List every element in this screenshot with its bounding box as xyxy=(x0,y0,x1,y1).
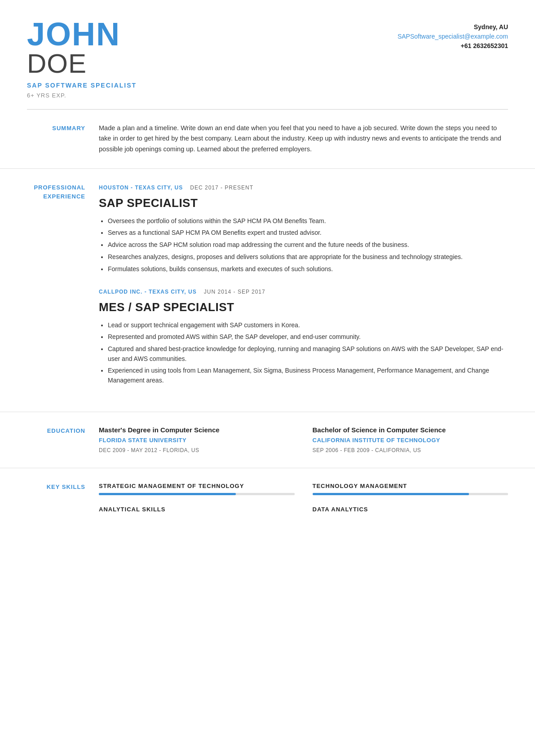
skill-name-3: ANALYTICAL SKILLS xyxy=(99,505,295,514)
summary-text: Made a plan and a timeline. Write down a… xyxy=(99,123,508,155)
exp-dates-2: JUN 2014 - SEP 2017 xyxy=(204,289,265,295)
exp-title-2: MES / SAP SPECIALIST xyxy=(99,299,508,316)
exp-bullets-2: Lead or support technical engagement wit… xyxy=(99,321,508,386)
bullet-2-4: Experienced in using tools from Lean Man… xyxy=(108,366,508,385)
bullet-1-1: Oversees the portfolio of solutions with… xyxy=(108,216,508,226)
bullet-2-3: Captured and shared best-practice knowle… xyxy=(108,344,508,364)
summary-section: SUMMARY Made a plan and a timeline. Writ… xyxy=(0,110,535,169)
bullet-1-4: Researches analyzes, designs, proposes a… xyxy=(108,252,508,262)
exp-title-1: SAP SPECIALIST xyxy=(99,194,508,212)
contact-location: Sydney, AU xyxy=(398,22,508,32)
exp-company-1: HOUSTON - TEXAS CITY, US xyxy=(99,185,183,191)
exp-meta-1: HOUSTON - TEXAS CITY, US DEC 2017 - PRES… xyxy=(99,182,508,193)
skills-content: STRATEGIC MANAGEMENT OF TECHNOLOGY ANALY… xyxy=(99,482,508,517)
skill-col-right: TECHNOLOGY MANAGEMENT DATA ANALYTICS xyxy=(313,482,508,517)
education-label: EDUCATION xyxy=(27,426,99,454)
experience-years: 6+ YRS EXP. xyxy=(27,91,137,100)
exp-meta-2: CALLPOD INC. - TEXAS CITY, US JUN 2014 -… xyxy=(99,286,508,297)
contact-phone: +61 2632652301 xyxy=(398,41,508,51)
skill-bar-bg-1 xyxy=(99,493,295,495)
header-right: Sydney, AU SAPSoftware_specialist@exampl… xyxy=(398,18,508,51)
resume-page: JOHN DOE SAP SOFTWARE SPECIALIST 6+ YRS … xyxy=(0,0,535,756)
skill-bar-fill-1 xyxy=(99,493,236,495)
education-section: EDUCATION Master's Degree in Computer Sc… xyxy=(0,412,535,468)
edu-institution-1: FLORIDA STATE UNIVERSITY xyxy=(99,436,295,445)
skill-name-2: TECHNOLOGY MANAGEMENT xyxy=(313,482,508,491)
skills-grid: STRATEGIC MANAGEMENT OF TECHNOLOGY ANALY… xyxy=(99,482,508,517)
skill-name-1: STRATEGIC MANAGEMENT OF TECHNOLOGY xyxy=(99,482,295,491)
experience-section: PROFESSIONAL EXPERIENCE HOUSTON - TEXAS … xyxy=(0,169,535,412)
edu-dates-1: DEC 2009 - MAY 2012 - FLORIDA, US xyxy=(99,446,295,454)
contact-email: SAPSoftware_specialist@example.com xyxy=(398,32,508,41)
skills-section: KEY SKILLS STRATEGIC MANAGEMENT OF TECHN… xyxy=(0,468,535,530)
skill-bar-bg-2 xyxy=(313,493,508,495)
skill-bar-fill-2 xyxy=(313,493,469,495)
bullet-2-1: Lead or support technical engagement wit… xyxy=(108,321,508,330)
edu-degree-1: Master's Degree in Computer Science xyxy=(99,426,295,435)
header-left: JOHN DOE SAP SOFTWARE SPECIALIST 6+ YRS … xyxy=(27,18,137,100)
bullet-2-2: Represented and promoted AWS within SAP,… xyxy=(108,332,508,342)
skill-name-4: DATA ANALYTICS xyxy=(313,505,508,514)
experience-content: HOUSTON - TEXAS CITY, US DEC 2017 - PRES… xyxy=(99,182,508,398)
summary-label: SUMMARY xyxy=(27,123,99,155)
exp-company-2: CALLPOD INC. - TEXAS CITY, US xyxy=(99,289,197,295)
header-section: JOHN DOE SAP SOFTWARE SPECIALIST 6+ YRS … xyxy=(0,0,535,109)
bullet-1-5: Formulates solutions, builds consensus, … xyxy=(108,264,508,274)
education-grid: Master's Degree in Computer Science FLOR… xyxy=(99,426,508,454)
first-name: JOHN xyxy=(27,18,137,50)
skills-label: KEY SKILLS xyxy=(27,482,99,517)
skill-col-left: STRATEGIC MANAGEMENT OF TECHNOLOGY ANALY… xyxy=(99,482,295,517)
edu-institution-2: CALIFORNIA INSTITUTE OF TECHNOLOGY xyxy=(313,436,508,445)
edu-dates-2: SEP 2006 - FEB 2009 - CALIFORNIA, US xyxy=(313,446,508,454)
education-content: Master's Degree in Computer Science FLOR… xyxy=(99,426,508,454)
bullet-1-3: Advice across the SAP HCM solution road … xyxy=(108,240,508,250)
last-name: DOE xyxy=(27,50,137,77)
edu-col-1: Master's Degree in Computer Science FLOR… xyxy=(99,426,295,454)
summary-content: Made a plan and a timeline. Write down a… xyxy=(99,123,508,155)
bullet-1-2: Serves as a functional SAP HCM PA OM Ben… xyxy=(108,228,508,238)
exp-bullets-1: Oversees the portfolio of solutions with… xyxy=(99,216,508,274)
exp-dates-1: DEC 2017 - PRESENT xyxy=(190,185,253,191)
experience-label: PROFESSIONAL EXPERIENCE xyxy=(27,182,99,398)
exp-entry-2: CALLPOD INC. - TEXAS CITY, US JUN 2014 -… xyxy=(99,286,508,386)
job-title: SAP SOFTWARE SPECIALIST xyxy=(27,81,137,90)
edu-degree-2: Bachelor of Science in Computer Science xyxy=(313,426,508,435)
edu-col-2: Bachelor of Science in Computer Science … xyxy=(313,426,508,454)
exp-entry-1: HOUSTON - TEXAS CITY, US DEC 2017 - PRES… xyxy=(99,182,508,274)
